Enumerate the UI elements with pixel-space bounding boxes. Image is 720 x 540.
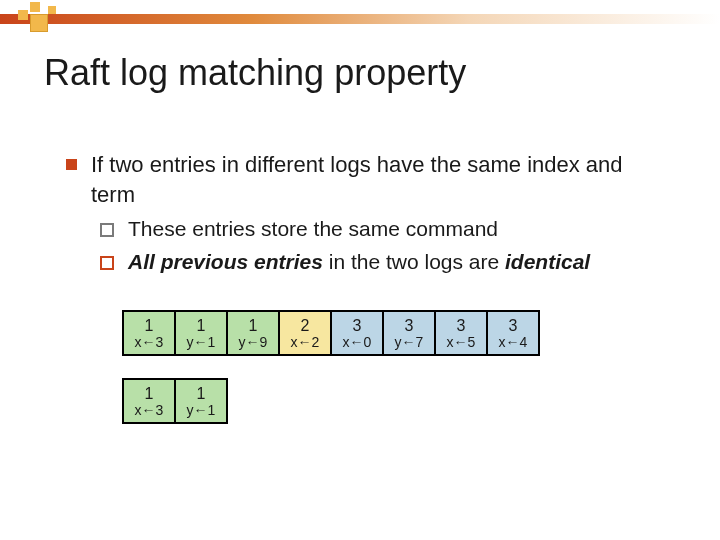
log-entry-command: y←7 [395,335,424,349]
log-entry-cell: 2x←2 [278,310,332,356]
log-entry-command: x←5 [447,335,476,349]
log-entry-term: 3 [457,318,466,334]
decorative-top-band [0,14,720,24]
bullet-text: All previous entries in the two logs are… [128,248,590,276]
log-entry-cell: 3x←5 [434,310,488,356]
bullet-hollow-square-icon [100,223,114,237]
log-entry-command: y←1 [187,403,216,417]
log-entry-term: 2 [301,318,310,334]
log-entry-cell: 1x←3 [122,310,176,356]
slide: Raft log matching property If two entrie… [0,0,720,540]
log-entry-cell: 3y←7 [382,310,436,356]
slide-title: Raft log matching property [44,52,466,94]
bullet-hollow-square-icon [100,256,114,270]
log-entry-term: 1 [197,318,206,334]
log-entry-term: 3 [509,318,518,334]
bullet-level-2: These entries store the same command [100,215,670,243]
emphasis-text: identical [505,250,590,273]
log-entry-cell: 1y←9 [226,310,280,356]
bullet-text: If two entries in different logs have th… [91,150,670,209]
bullet-level-2: All previous entries in the two logs are… [100,248,670,276]
log-entry-command: y←9 [239,335,268,349]
plain-text: in the two logs are [323,250,505,273]
log-entry-term: 1 [145,318,154,334]
log-entry-term: 1 [249,318,258,334]
log-entry-command: x←3 [135,403,164,417]
bullet-text: These entries store the same command [128,215,498,243]
log-row-2: 1x←31y←1 [122,378,540,424]
emphasis-text: All previous entries [128,250,323,273]
log-entry-cell: 1y←1 [174,378,228,424]
log-row-1: 1x←31y←11y←92x←23x←03y←73x←53x←4 [122,310,540,356]
log-entry-command: x←4 [499,335,528,349]
log-entry-cell: 1y←1 [174,310,228,356]
log-entry-term: 1 [197,386,206,402]
log-entry-command: y←1 [187,335,216,349]
bullet-level-1: If two entries in different logs have th… [66,150,670,209]
log-entry-cell: 1x←3 [122,378,176,424]
log-entry-term: 3 [405,318,414,334]
decorative-corner-squares [18,2,58,42]
log-entry-command: x←2 [291,335,320,349]
bullet-square-icon [66,159,77,170]
log-entry-term: 3 [353,318,362,334]
log-entry-cell: 3x←0 [330,310,384,356]
log-diagram: 1x←31y←11y←92x←23x←03y←73x←53x←4 1x←31y←… [122,310,540,446]
log-entry-command: x←3 [135,335,164,349]
slide-body: If two entries in different logs have th… [66,150,670,280]
log-entry-cell: 3x←4 [486,310,540,356]
log-entry-term: 1 [145,386,154,402]
log-entry-command: x←0 [343,335,372,349]
